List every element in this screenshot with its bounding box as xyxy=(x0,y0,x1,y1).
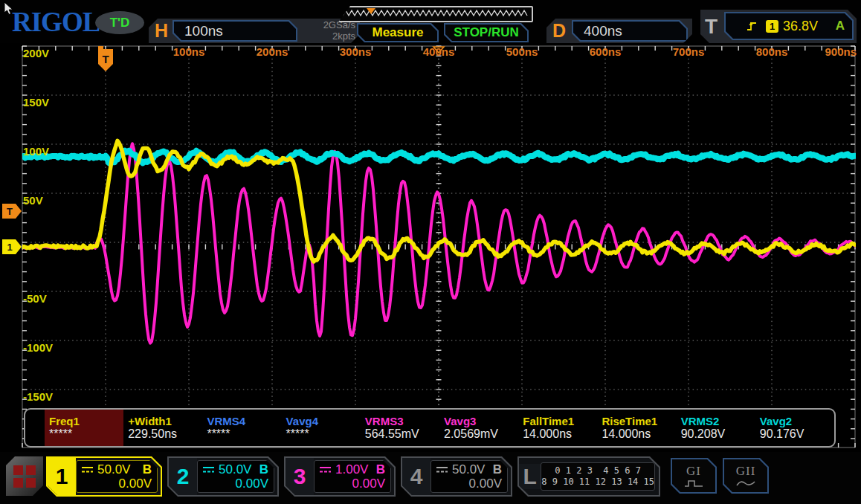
measurement-cell[interactable]: FallTime1 14.000ns xyxy=(518,410,597,446)
horizontal-label: H xyxy=(155,20,168,42)
rigol-logo: RIGOL xyxy=(12,6,100,38)
measurement-cell[interactable]: RiseTime1 14.000ns xyxy=(597,410,676,446)
measurement-cell[interactable]: Vavg3 2.0569mV xyxy=(439,410,518,446)
channel3-number: 3 xyxy=(286,458,314,495)
top-status-bar: RIGOL T'D H 100ns 2GSa/s 2kpts Measure S… xyxy=(0,0,861,43)
dc-coupling-icon xyxy=(202,465,215,474)
bottom-channel-bar: 1 50.0V B 0.00V 2 50.0V xyxy=(0,452,861,504)
generator2-button[interactable]: GII xyxy=(723,458,769,494)
channel4-badge[interactable]: 4 50.0V B 0.00V xyxy=(401,456,512,497)
dc-coupling-icon xyxy=(81,465,94,474)
horizontal-panel[interactable]: H 100ns 2GSa/s 2kpts xyxy=(149,19,360,43)
memory-position-bar[interactable] xyxy=(338,6,533,22)
channel2-badge[interactable]: 2 50.0V B 0.00V xyxy=(167,456,279,497)
trigger-level-value: 36.8V xyxy=(783,19,818,34)
channel2-offset: 0.00V xyxy=(202,476,268,491)
time-axis-label: 600ns xyxy=(590,45,622,58)
measurement-cell[interactable]: VRMS4 ***** xyxy=(202,410,281,446)
svg-text:T: T xyxy=(7,206,13,217)
measurement-bar: Freq1 ***** +Width1 229.50ns VRMS4 *****… xyxy=(24,408,836,448)
volt-axis-label: 150V xyxy=(23,96,49,109)
volt-axis-label: -150V xyxy=(23,390,53,403)
svg-text:1: 1 xyxy=(7,242,12,253)
trigger-mode: A xyxy=(836,19,845,33)
measurement-cell[interactable]: VRMS2 90.208V xyxy=(677,410,755,446)
time-axis-label: 900ns xyxy=(825,45,857,58)
waveform-display: T T 1 200V150V100V50V-50V-100V-150V 100n… xyxy=(0,43,861,452)
channel2-number: 2 xyxy=(169,458,197,495)
channel3-badge[interactable]: 3 1.00V B 0.00V xyxy=(284,456,396,497)
measure-button[interactable]: Measure xyxy=(357,23,439,42)
dc-coupling-icon xyxy=(319,465,332,474)
dc-coupling-icon xyxy=(436,465,448,474)
channel1-offset: 0.00V xyxy=(81,476,152,491)
measurement-cell[interactable]: +Width1 229.50ns xyxy=(123,410,202,446)
channel2-scale: 50.0V xyxy=(219,462,251,476)
trigger-source-badge: 1 xyxy=(766,20,778,33)
time-axis-label: 300ns xyxy=(340,45,372,58)
time-axis-label: 400ns xyxy=(423,45,455,58)
channel4-offset: 0.00V xyxy=(436,476,502,491)
time-axis-label: 100ns xyxy=(173,45,205,58)
channel3-bwlimit: B xyxy=(376,462,385,476)
acquisition-info: 2GSa/s 2kpts xyxy=(323,19,355,42)
volt-axis-label: 50V xyxy=(23,194,43,207)
channel1-badge[interactable]: 1 50.0V B 0.00V xyxy=(46,456,162,497)
channel4-number: 4 xyxy=(402,458,430,495)
measurement-cell[interactable]: Freq1 ***** xyxy=(45,410,123,446)
channel4-bwlimit: B xyxy=(493,462,502,476)
channel3-scale: 1.00V xyxy=(335,462,368,476)
trigger-label: T xyxy=(705,15,718,39)
logic-label: L xyxy=(519,464,541,489)
delay-label: D xyxy=(552,20,566,42)
menu-grid-icon xyxy=(13,465,36,488)
digital-channel-list: 0 1 2 3 4 5 6 78 9 10 11 12 13 14 15 xyxy=(541,462,655,491)
volt-axis-label: 100V xyxy=(23,145,49,158)
delay-panel[interactable]: D 400ns xyxy=(546,19,692,43)
memory-depth: 2kpts xyxy=(323,30,355,42)
channel1-bwlimit: B xyxy=(143,462,152,476)
ch2-trace xyxy=(22,151,855,164)
time-axis-label: 500ns xyxy=(506,45,538,58)
channel1-number: 1 xyxy=(48,458,76,495)
rising-edge-icon xyxy=(745,19,758,33)
timebase-value: 100ns xyxy=(174,23,223,39)
time-axis-label: 200ns xyxy=(257,45,288,58)
delay-value: 400ns xyxy=(573,23,622,39)
trigger-panel[interactable]: T 1 36.8V A xyxy=(700,10,857,43)
measurement-cell[interactable]: VRMS3 564.55mV xyxy=(361,410,439,446)
channel2-bwlimit: B xyxy=(259,462,268,476)
time-axis-label: 800ns xyxy=(756,45,788,58)
svg-text:T: T xyxy=(102,53,109,65)
oscilloscope-screen: RIGOL T'D H 100ns 2GSa/s 2kpts Measure S… xyxy=(0,0,861,504)
measurement-cell[interactable]: Vavg4 ***** xyxy=(282,410,361,446)
channel4-scale: 50.0V xyxy=(452,462,485,476)
time-axis-label: 700ns xyxy=(673,45,705,58)
stop-run-button[interactable]: STOP/RUN xyxy=(444,23,529,42)
pulse-wave-icon xyxy=(684,479,703,488)
measurement-cell[interactable]: Vavg2 90.176V xyxy=(755,410,834,446)
trigger-status-badge: T'D xyxy=(95,11,144,34)
logic-analyzer-badge[interactable]: L 0 1 2 3 4 5 6 78 9 10 11 12 13 14 15 xyxy=(517,456,660,497)
channel3-offset: 0.00V xyxy=(319,476,385,491)
sine-wave-icon xyxy=(736,479,755,488)
menu-button[interactable] xyxy=(6,456,43,496)
channel1-scale: 50.0V xyxy=(97,462,130,476)
mouse-pointer-icon xyxy=(4,1,16,16)
volt-axis-label: 200V xyxy=(23,47,49,59)
generator1-button[interactable]: GI xyxy=(671,458,717,494)
volt-axis-label: -50V xyxy=(23,292,47,305)
volt-axis-label: -100V xyxy=(23,341,53,354)
